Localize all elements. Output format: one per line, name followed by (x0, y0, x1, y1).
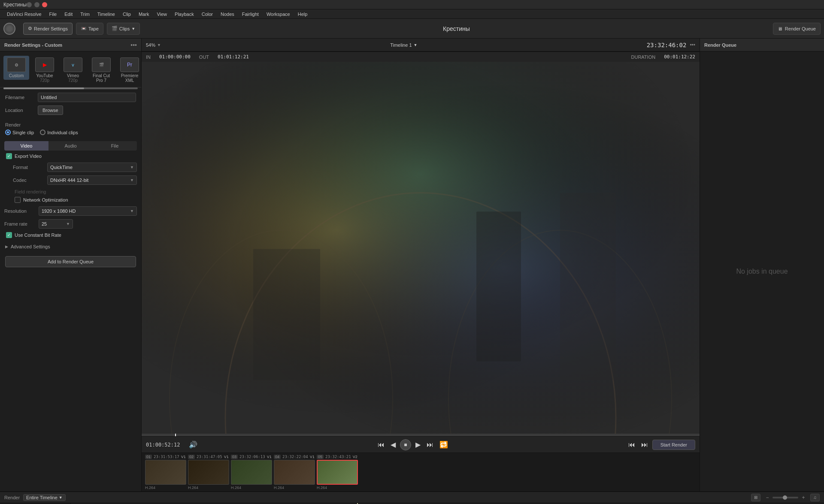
preset-premiere[interactable]: Pr Premiere XML (117, 56, 142, 85)
tab-audio[interactable]: Audio (48, 141, 93, 151)
mark-in-btn[interactable]: ⏮ (627, 441, 637, 449)
clips-dropdown-icon: ▼ (131, 27, 135, 31)
viewer-scrubber[interactable] (142, 434, 700, 436)
menu-clip[interactable]: Clip (119, 11, 134, 18)
advanced-settings-toggle[interactable]: ▶ Advanced Settings (0, 241, 141, 252)
viewer-timeline-info: Timeline 1 ▼ (164, 42, 643, 48)
project-title: Крестины (443, 25, 470, 32)
clip-tc-02: 23:31:47:05 (197, 455, 222, 459)
render-settings-btn[interactable]: ⚙ Render Settings (23, 23, 73, 35)
zoom-slider[interactable] (772, 497, 798, 498)
render-scope-value: Entire Timeline (26, 495, 58, 500)
tab-video[interactable]: Video (4, 141, 48, 151)
format-select[interactable]: QuickTime ▼ (47, 163, 137, 172)
tab-file[interactable]: File (93, 141, 137, 151)
minimize-btn[interactable] (27, 2, 32, 7)
tape-btn[interactable]: 📼 Tape (76, 23, 103, 35)
mark-out-btn[interactable]: ⏭ (639, 441, 650, 449)
browse-btn[interactable]: Browse (38, 106, 63, 115)
menu-nodes[interactable]: Nodes (217, 11, 238, 18)
field-rendering-placeholder: Field rendering (4, 188, 137, 197)
constant-bitrate-checkbox[interactable] (6, 232, 12, 238)
toolbar-right: 🖥 Render Queue (773, 23, 821, 35)
start-render-btn[interactable]: Start Render (652, 440, 695, 450)
individual-clips-radio[interactable]: Individual clips (40, 130, 78, 135)
playback-time: 01:00:52:12 (146, 442, 185, 448)
format-row: Format QuickTime ▼ (4, 163, 137, 172)
individual-clips-radio-dot (40, 130, 45, 135)
render-settings-header: Render Settings - Custom ••• (0, 39, 141, 51)
clips-btn[interactable]: 🎬 Clips ▼ (107, 23, 140, 35)
skip-to-start-btn[interactable]: ⏮ (376, 441, 386, 449)
render-queue-btn[interactable]: 🖥 Render Queue (773, 23, 821, 35)
filename-label: Filename (5, 95, 35, 100)
preset-row: ⚙ Custom ▶ YouTube 720p v Vimeo 720p 🎬 F… (0, 51, 141, 88)
preset-custom[interactable]: ⚙ Custom (3, 56, 29, 80)
preset-finalcut[interactable]: 🎬 Final Cut Pro 7 (88, 56, 114, 85)
timeline-dropdown[interactable]: Timeline 1 ▼ (390, 42, 417, 48)
clip-track-02: V1 (224, 455, 229, 459)
clips-icon: 🎬 (112, 26, 118, 31)
filename-input[interactable] (38, 93, 136, 102)
zoom-minus-btn[interactable]: − (764, 494, 771, 501)
preset-youtube-sublabel: 720p (40, 78, 49, 83)
menu-timeline[interactable]: Timeline (94, 11, 118, 18)
stop-btn[interactable]: ■ (400, 439, 411, 450)
codec-select[interactable]: DNxHR 444 12-bit ▼ (47, 175, 137, 185)
constant-bitrate-label: Use Constant Bit Rate (15, 232, 61, 238)
panel-options-btn[interactable]: ••• (130, 42, 137, 48)
resolution-select[interactable]: 1920 x 1080 HD ▼ (39, 206, 137, 216)
menu-edit[interactable]: Edit (61, 11, 76, 18)
skip-to-end-btn[interactable]: ⏭ (425, 441, 435, 449)
step-back-btn[interactable]: ◀ (389, 441, 397, 449)
clip-item-04[interactable]: 04 23:32:22:04 V1 H.264 (274, 455, 315, 490)
viewer-scrubber-track (142, 434, 700, 436)
vimeo-icon: v (64, 57, 82, 72)
preset-vimeo-sublabel: 720p (68, 78, 78, 83)
render-scope-dropdown[interactable]: Entire Timeline ▼ (23, 494, 66, 501)
export-video-checkbox[interactable] (6, 153, 12, 159)
menu-mark[interactable]: Mark (135, 11, 152, 18)
menu-color[interactable]: Color (198, 11, 216, 18)
clip-tc-04: 23:32:22:04 (282, 455, 308, 459)
render-label: Render (5, 122, 21, 127)
framerate-select[interactable]: 25 ▼ (39, 219, 73, 229)
menu-playback[interactable]: Playback (171, 11, 197, 18)
single-clip-radio[interactable]: Single clip (5, 130, 34, 135)
clip-num-02: 02 (188, 455, 195, 459)
clip-item-01[interactable]: 01 23:31:53:17 V1 H.264 (145, 455, 186, 490)
tl-grid-btn[interactable]: ⊞ (751, 494, 760, 501)
step-forward-btn[interactable]: ▶ (414, 441, 422, 449)
viewer-options-btn[interactable]: ••• (690, 42, 695, 48)
clip-item-03[interactable]: 03 23:32:06:13 V1 H.264 (231, 455, 272, 490)
network-opt-checkbox[interactable] (15, 197, 21, 203)
tl-zoom: − + (764, 494, 807, 501)
clip-meta-05: 05 23:32:43:21 V2 (317, 455, 357, 459)
add-render-queue-btn[interactable]: Add to Render Queue (5, 256, 136, 267)
preset-vimeo[interactable]: v Vimeo 720p (60, 56, 86, 85)
menu-view[interactable]: View (153, 11, 170, 18)
clip-meta-02: 02 23:31:47:05 V1 (188, 455, 229, 459)
menu-workspace[interactable]: Workspace (263, 11, 294, 18)
codec-label: Codec (13, 178, 47, 183)
menu-file[interactable]: File (46, 11, 61, 18)
main-toolbar: ⚙ Render Settings 📼 Tape 🎬 Clips ▼ Крест… (0, 19, 824, 39)
maximize-btn[interactable] (34, 2, 39, 7)
menu-fairlight[interactable]: Fairlight (239, 11, 262, 18)
clip-item-02[interactable]: 02 23:31:47:05 V1 H.264 (188, 455, 229, 490)
menu-davinci[interactable]: DaVinci Resolve (3, 11, 45, 18)
menu-trim[interactable]: Trim (77, 11, 93, 18)
preset-youtube[interactable]: ▶ YouTube 720p (32, 56, 58, 85)
clip-codec-02: H.264 (188, 486, 198, 490)
advanced-settings-label: Advanced Settings (11, 244, 50, 249)
menu-help[interactable]: Help (294, 11, 311, 18)
advanced-triangle-icon: ▶ (5, 244, 8, 249)
close-btn[interactable] (42, 2, 47, 7)
format-value: QuickTime (50, 165, 73, 170)
tl-music-btn[interactable]: ♫ (810, 494, 820, 501)
menu-bar: DaVinci Resolve File Edit Trim Timeline … (0, 9, 824, 19)
clip-item-05[interactable]: 05 23:32:43:21 V2 H.264 (317, 455, 358, 490)
zoom-plus-btn[interactable]: + (800, 494, 807, 501)
loop-btn[interactable]: 🔁 (438, 441, 450, 449)
audio-icon[interactable]: 🔊 (187, 441, 199, 449)
